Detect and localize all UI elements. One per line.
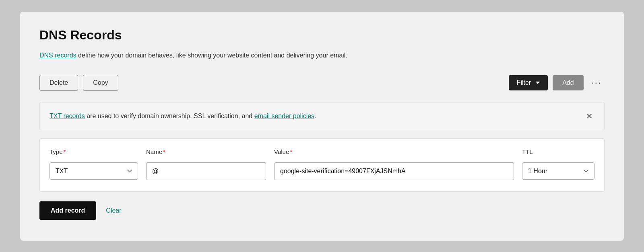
add-record-button[interactable]: Add record <box>39 201 96 220</box>
email-sender-policies-link[interactable]: email sender policies <box>254 113 314 119</box>
record-form: Type* Name* Value* TTL TXT A <box>39 138 605 192</box>
name-label: Name* <box>146 148 266 155</box>
page-title: DNS Records <box>39 28 605 43</box>
value-field-col <box>266 162 514 180</box>
more-options-button[interactable]: ··· <box>588 76 605 90</box>
info-banner: TXT records are used to verify domain ow… <box>39 102 605 130</box>
name-required: * <box>163 148 165 155</box>
close-banner-button[interactable]: ✕ <box>584 111 594 122</box>
txt-records-link[interactable]: TXT records <box>50 113 85 119</box>
name-label-col: Name* <box>138 148 266 158</box>
type-label: Type* <box>50 148 138 155</box>
dns-records-link[interactable]: DNS records <box>39 52 76 59</box>
form-actions: Add record Clear <box>39 201 605 220</box>
name-field-col <box>138 162 266 180</box>
type-field-col: TXT A CNAME MX NS <box>50 162 138 180</box>
add-button[interactable]: Add <box>553 75 583 90</box>
ttl-label-col: TTL <box>514 148 594 158</box>
value-required: * <box>290 148 292 155</box>
type-select[interactable]: TXT A CNAME MX NS <box>50 162 138 180</box>
type-label-col: Type* <box>50 148 138 158</box>
toolbar: Delete Copy Filter Add ··· <box>39 75 605 91</box>
clear-button[interactable]: Clear <box>106 207 121 214</box>
delete-button[interactable]: Delete <box>39 75 78 91</box>
value-input[interactable] <box>274 162 514 180</box>
toolbar-left: Delete Copy <box>39 75 118 91</box>
ttl-label: TTL <box>522 148 594 155</box>
ttl-field-col: 1 Hour 30 Minutes 4 Hours 1 Day <box>514 162 594 180</box>
ttl-select[interactable]: 1 Hour 30 Minutes 4 Hours 1 Day <box>522 162 594 180</box>
info-banner-text: TXT records are used to verify domain ow… <box>50 111 316 121</box>
value-label: Value* <box>274 148 514 155</box>
name-input[interactable] <box>146 162 266 180</box>
dns-records-panel: DNS Records DNS records define how your … <box>20 12 624 241</box>
form-fields-row: TXT A CNAME MX NS 1 Hour 30 Minutes 4 Ho… <box>50 162 594 180</box>
chevron-down-icon <box>536 82 540 84</box>
copy-button[interactable]: Copy <box>83 75 118 91</box>
filter-button[interactable]: Filter <box>509 75 548 90</box>
value-label-col: Value* <box>266 148 514 158</box>
filter-label: Filter <box>517 79 531 86</box>
type-required: * <box>64 148 66 155</box>
form-labels-row: Type* Name* Value* TTL <box>50 148 594 158</box>
toolbar-right: Filter Add ··· <box>509 75 605 90</box>
description: DNS records define how your domain behav… <box>39 51 605 60</box>
